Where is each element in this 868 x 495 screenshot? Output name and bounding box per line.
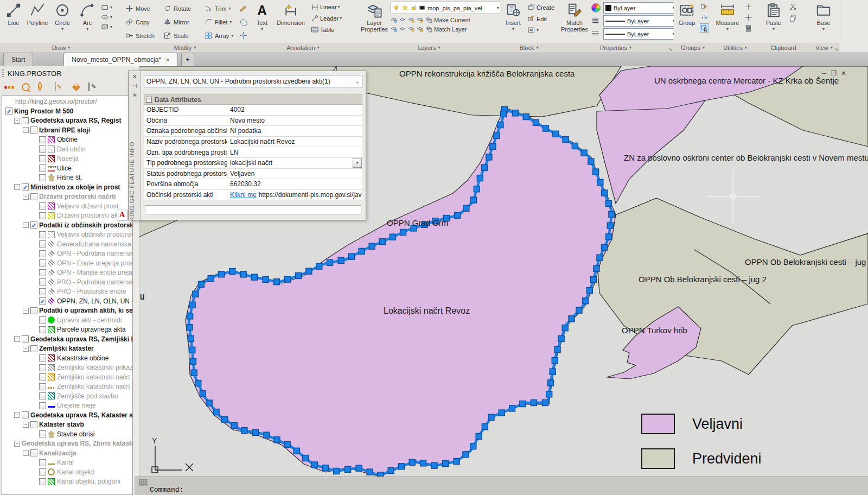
layer-isolate-icon[interactable] xyxy=(399,16,406,23)
tree-item[interactable]: −Geodetska uprava RS, Zemljiški ka xyxy=(2,334,132,344)
selection-grip[interactable] xyxy=(323,465,329,471)
selection-grip[interactable] xyxy=(499,410,505,416)
restore-icon[interactable]: ❐ xyxy=(831,69,837,77)
selection-grip[interactable] xyxy=(581,150,587,156)
layer-checkbox[interactable] xyxy=(39,373,46,380)
move-button[interactable]: Move xyxy=(125,4,163,12)
selection-grip[interactable] xyxy=(338,257,344,263)
selection-grip[interactable] xyxy=(311,462,317,468)
selection-grip[interactable] xyxy=(187,313,193,319)
panel-label-properties[interactable]: Properties▾↘ xyxy=(558,43,674,52)
selection-grip[interactable] xyxy=(369,243,375,249)
layer-checkbox[interactable] xyxy=(30,421,37,428)
selection-grip[interactable] xyxy=(477,175,483,181)
selection-grip[interactable] xyxy=(542,400,548,406)
selection-grip[interactable] xyxy=(490,143,496,149)
expand-toggle[interactable]: − xyxy=(14,336,20,342)
rectangle-button[interactable]: ▾ xyxy=(101,3,112,11)
layer-vpfreeze-icon[interactable] xyxy=(399,26,406,33)
copy-button[interactable]: Copy xyxy=(125,18,163,26)
expand-toggle[interactable]: − xyxy=(14,441,20,447)
line-button[interactable]: Line xyxy=(1,2,26,26)
layer-dropdown[interactable]: mop_pis_pa_pia_vel ▾ xyxy=(391,2,501,14)
layer-checkbox[interactable] xyxy=(39,174,46,181)
attribute-value[interactable]: Novo mesto xyxy=(227,117,362,124)
tree-item[interactable]: OPN - Manjše enote urejan xyxy=(2,268,132,278)
selection-grip[interactable] xyxy=(285,276,291,282)
lineweight-dropdown[interactable]: ByLayer▾ xyxy=(603,15,677,27)
panel-label-clipboard[interactable]: Clipboard xyxy=(758,43,808,52)
tree-item[interactable]: Katastrske občine xyxy=(2,353,132,363)
selection-grip[interactable] xyxy=(349,253,355,259)
layer-lock-icon[interactable] xyxy=(417,16,424,23)
selection-grip[interactable] xyxy=(187,325,193,331)
selection-grip[interactable] xyxy=(542,125,548,131)
selection-grip[interactable] xyxy=(390,234,395,240)
panel-label-draw[interactable]: Draw▾ xyxy=(0,43,122,52)
layer-checkbox[interactable] xyxy=(30,193,37,200)
tree-item[interactable]: Kanal objekti, poligoni xyxy=(2,477,132,487)
attribute-value[interactable]: lokacijski načrt▾ xyxy=(227,158,362,168)
group-add-icon[interactable] xyxy=(700,13,708,21)
selection-grip[interactable] xyxy=(264,432,270,438)
tree-item[interactable]: −✓Podatki iz občinskih prostorsk xyxy=(2,220,132,230)
selection-grip[interactable] xyxy=(388,468,394,474)
tree-item[interactable]: PRO - Podrobna namenska xyxy=(2,277,132,287)
color-dropdown[interactable]: ByLayer▾ xyxy=(603,2,677,14)
layer-checkbox[interactable] xyxy=(39,212,46,219)
selection-grip[interactable] xyxy=(476,433,482,439)
tree-item[interactable]: −Kanalizacija xyxy=(2,448,132,458)
layer-checkbox[interactable] xyxy=(39,459,46,466)
selection-grip[interactable] xyxy=(474,186,480,192)
layer-checkbox[interactable] xyxy=(39,240,46,248)
tree-item[interactable]: Upravni akti - centroidi xyxy=(2,315,132,325)
group-button[interactable]: Group xyxy=(675,2,699,26)
dialog-launcher-icon[interactable]: ↘ xyxy=(668,46,672,52)
selection-grip[interactable] xyxy=(222,416,228,422)
stretch-button[interactable]: Stretch xyxy=(125,31,163,40)
edit-icon[interactable] xyxy=(55,82,65,92)
make-current-button[interactable]: Make Current xyxy=(434,17,470,23)
attribute-value[interactable]: 4002 xyxy=(227,106,362,113)
layer-on-icon[interactable] xyxy=(393,4,400,11)
selection-grip[interactable] xyxy=(231,423,237,429)
attribute-link[interactable]: Klikni me xyxy=(230,191,257,199)
collapse-icon[interactable]: − xyxy=(146,97,152,103)
selection-grip[interactable] xyxy=(590,277,596,283)
panel-grip[interactable] xyxy=(2,69,4,77)
edit-attributes-button[interactable]: ab▾ xyxy=(527,26,554,34)
quick-select-icon[interactable] xyxy=(744,3,752,11)
linetype-icon[interactable] xyxy=(591,29,599,37)
tree-item[interactable]: Zemljiško katastrski načrt o xyxy=(2,382,132,392)
selection-grip[interactable] xyxy=(443,461,449,467)
close-icon[interactable]: ✕ xyxy=(841,69,846,77)
tree-item[interactable]: Kanal xyxy=(2,458,132,468)
tree-item[interactable]: Veljavni občinski prostorsk xyxy=(2,230,132,240)
match-properties-button[interactable]: Match Properties xyxy=(559,2,590,33)
expand-toggle[interactable]: − xyxy=(23,222,29,228)
polyline-button[interactable]: Polyline xyxy=(25,2,50,26)
circle-button[interactable]: Circle▾ xyxy=(50,2,75,33)
cut-icon[interactable] xyxy=(789,3,797,11)
command-input[interactable]: Command: xyxy=(150,486,183,494)
layer-checkbox[interactable]: ✓ xyxy=(5,107,12,115)
selection-grip[interactable] xyxy=(463,205,469,211)
selection-grip[interactable] xyxy=(198,281,204,287)
base-button[interactable]: Base▾ xyxy=(812,2,835,33)
tree-item[interactable]: Generalizirana namenska r xyxy=(2,239,132,249)
layer-checkbox[interactable] xyxy=(30,307,37,314)
attribute-value[interactable]: Veljaven xyxy=(227,170,362,177)
service-url[interactable]: http://king2.geosx.io/prostor/ xyxy=(2,96,132,106)
layer-checkbox[interactable] xyxy=(30,345,37,352)
selection-grip[interactable] xyxy=(509,405,515,411)
lineweight-icon[interactable] xyxy=(591,17,599,25)
selection-grip[interactable] xyxy=(356,465,362,471)
trim-button[interactable]: Trim▾ xyxy=(205,4,239,12)
layer-unlock-icon[interactable] xyxy=(410,4,417,11)
selection-grip[interactable] xyxy=(188,335,194,341)
selection-grip[interactable] xyxy=(367,469,373,475)
selection-grip[interactable] xyxy=(263,276,269,282)
selection-grip[interactable] xyxy=(359,248,365,254)
tree-item[interactable]: Hišne št. xyxy=(2,173,132,183)
selection-grip[interactable] xyxy=(597,255,603,261)
